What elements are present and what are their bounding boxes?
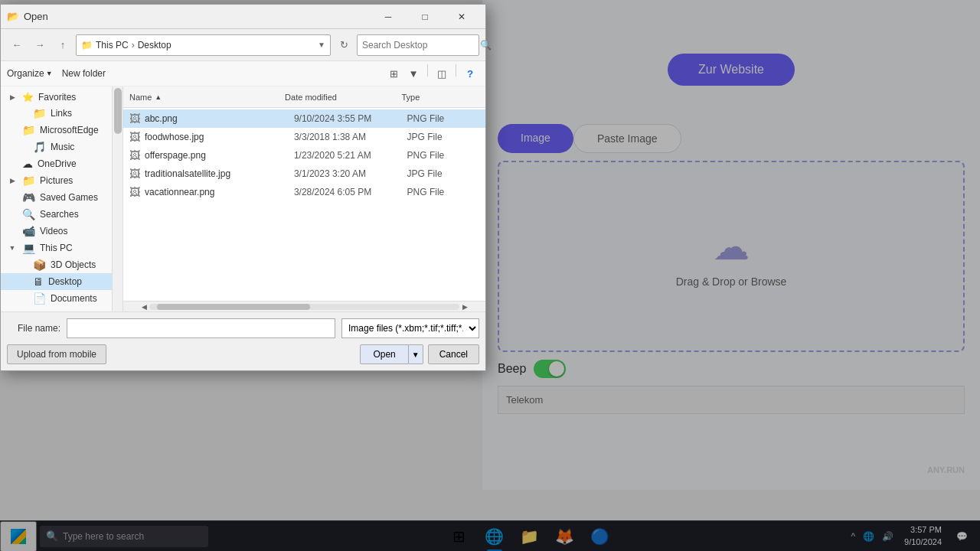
view-dropdown-button[interactable]: ▼ — [404, 64, 423, 83]
file-list: 🖼 abc.png 9/10/2024 3:55 PM PNG File 🖼 f… — [123, 108, 485, 301]
file-row[interactable]: 🖼 traditionalsatellite.jpg 3/1/2023 3:20… — [123, 165, 485, 183]
search-icon: 🔍 — [480, 40, 492, 51]
dialog-button-row: Upload from mobile Open ▼ Cancel — [7, 344, 479, 364]
file-date: 9/10/2024 3:55 PM — [294, 113, 403, 124]
dialog-path-bar[interactable]: 📁 This PC › Desktop ▼ — [76, 34, 331, 56]
view-separator-2 — [456, 64, 456, 77]
scroll-left-button[interactable]: ◀ — [139, 302, 149, 312]
sidebar-item-saved-games[interactable]: 🎮 Saved Games — [1, 189, 122, 206]
file-list-header: Name ▲ Date modified Type — [123, 86, 485, 108]
sidebar-item-searches[interactable]: 🔍 Searches — [1, 206, 122, 223]
sidebar-item-videos[interactable]: 📹 Videos — [1, 223, 122, 240]
dialog-close-button[interactable]: ✕ — [444, 5, 479, 29]
dialog-bottom-bar: File name: Image files (*.xbm;*.tif;*.ti… — [1, 311, 485, 370]
file-name: vacationnear.png — [145, 187, 289, 197]
open-button[interactable]: Open — [360, 344, 408, 364]
sidebar-scroll-thumb[interactable] — [114, 88, 122, 134]
sidebar-item-microsoftedge[interactable]: 📁 MicrosoftEdge — [1, 122, 122, 139]
sort-icon: ▲ — [155, 93, 162, 101]
folder-icon: 📁 — [33, 107, 46, 119]
file-row[interactable]: 🖼 foodwhose.jpg 3/3/2018 1:38 AM JPG Fil… — [123, 128, 485, 146]
file-row[interactable]: 🖼 abc.png 9/10/2024 3:55 PM PNG File — [123, 109, 485, 128]
dialog-body: ▶ ⭐ Favorites 📁 Links 📁 MicrosoftEdge 🎵 … — [1, 86, 485, 311]
path-this-pc-label: This PC — [96, 40, 129, 51]
expand-icon: ▶ — [7, 93, 18, 101]
path-separator-1: › — [132, 40, 135, 51]
open-dialog: 📂 Open ─ □ ✕ ← → ↑ 📁 This PC › Desktop ▼… — [0, 4, 486, 371]
dialog-maximize-button[interactable]: □ — [407, 5, 443, 29]
file-type: JPG File — [407, 132, 479, 142]
dialog-file-area: Name ▲ Date modified Type 🖼 abc.png 9/10… — [123, 86, 485, 311]
music-icon: 🎵 — [33, 141, 46, 153]
sidebar-item-favorites[interactable]: ▶ ⭐ Favorites — [1, 90, 122, 105]
dialog-title-icon: 📂 — [7, 11, 19, 22]
file-icon: 🖼 — [129, 149, 140, 161]
this-pc-icon: 💻 — [22, 242, 35, 254]
sidebar-item-pictures[interactable]: ▶ 📁 Pictures — [1, 172, 122, 189]
preview-pane-button[interactable]: ◫ — [433, 64, 451, 83]
file-row[interactable]: 🖼 offerspage.png 1/23/2020 5:21 AM PNG F… — [123, 146, 485, 165]
file-icon: 🖼 — [129, 186, 140, 198]
organize-button[interactable]: Organize ▼ — [7, 68, 53, 79]
searches-icon: 🔍 — [22, 208, 35, 220]
view-options: ⊞ ▼ ◫ ? — [384, 64, 479, 83]
sidebar-item-this-pc[interactable]: ▼ 💻 This PC — [1, 240, 122, 256]
sidebar-item-links[interactable]: 📁 Links — [1, 105, 122, 122]
scrollbar-thumb[interactable] — [157, 304, 310, 310]
file-type: PNG File — [407, 113, 479, 124]
file-row[interactable]: 🖼 vacationnear.png 3/28/2024 6:05 PM PNG… — [123, 183, 485, 201]
folder-icon: 📁 — [22, 124, 35, 136]
videos-icon: 📹 — [22, 225, 35, 237]
open-button-group: Open ▼ — [360, 344, 423, 364]
organize-label: Organize — [7, 68, 44, 79]
view-separator — [427, 64, 428, 77]
filetype-select[interactable]: Image files (*.xbm;*.tif;*.tiff;*.pjp;*.… — [341, 318, 479, 338]
dialog-back-button[interactable]: ← — [7, 35, 27, 55]
dialog-up-button[interactable]: ↑ — [53, 35, 73, 55]
path-dropdown-icon[interactable]: ▼ — [318, 41, 325, 49]
dialog-search-box[interactable]: 🔍 — [357, 34, 479, 56]
dialog-title-text: Open — [24, 11, 48, 22]
help-button[interactable]: ? — [461, 64, 479, 83]
scrollbar-track[interactable] — [149, 304, 459, 310]
documents-icon: 📄 — [33, 292, 46, 305]
column-date-modified[interactable]: Date modified — [285, 93, 401, 102]
file-date: 1/23/2020 5:21 AM — [294, 150, 403, 161]
new-folder-button[interactable]: New folder — [62, 68, 106, 79]
column-name[interactable]: Name ▲ — [129, 93, 285, 102]
sidebar-item-onedrive[interactable]: ☁ OneDrive — [1, 155, 122, 172]
cancel-button[interactable]: Cancel — [428, 344, 479, 364]
sidebar-item-documents[interactable]: 📄 Documents — [1, 290, 122, 307]
filename-label: File name: — [7, 323, 60, 334]
desktop-icon: 🖥 — [33, 276, 44, 288]
filename-row: File name: Image files (*.xbm;*.tif;*.ti… — [7, 318, 479, 338]
file-icon: 🖼 — [129, 131, 140, 143]
dialog-sidebar: ▶ ⭐ Favorites 📁 Links 📁 MicrosoftEdge 🎵 … — [1, 86, 123, 311]
dialog-forward-button[interactable]: → — [30, 35, 50, 55]
horizontal-scrollbar[interactable]: ◀ ▶ — [123, 301, 485, 311]
onedrive-icon: ☁ — [22, 158, 33, 170]
new-folder-label: New folder — [62, 68, 106, 79]
sidebar-item-music[interactable]: 🎵 Music — [1, 139, 122, 155]
pictures-icon: 📁 — [22, 174, 35, 187]
dialog-view-toolbar: Organize ▼ New folder ⊞ ▼ ◫ ? — [1, 61, 485, 86]
upload-from-mobile-button[interactable]: Upload from mobile — [7, 344, 106, 364]
sidebar-item-3d-objects[interactable]: 📦 3D Objects — [1, 256, 122, 273]
file-icon: 🖼 — [129, 168, 140, 180]
dialog-search-input[interactable] — [362, 40, 477, 51]
path-this-pc[interactable]: 📁 — [81, 40, 93, 51]
dialog-minimize-button[interactable]: ─ — [371, 5, 406, 29]
scroll-right-button[interactable]: ▶ — [459, 302, 470, 312]
change-view-button[interactable]: ⊞ — [384, 64, 403, 83]
file-type: PNG File — [407, 187, 479, 197]
filename-input[interactable] — [67, 318, 335, 338]
dialog-refresh-button[interactable]: ↻ — [334, 35, 354, 55]
favorites-icon: ⭐ — [22, 92, 34, 103]
file-name: foodwhose.jpg — [145, 132, 289, 142]
open-dropdown-button[interactable]: ▼ — [409, 344, 423, 364]
sidebar-item-desktop[interactable]: 🖥 Desktop — [1, 273, 122, 290]
column-type[interactable]: Type — [401, 93, 479, 102]
file-icon: 🖼 — [129, 112, 140, 125]
sidebar-scrollbar[interactable] — [112, 86, 122, 311]
file-name: abc.png — [145, 113, 289, 124]
